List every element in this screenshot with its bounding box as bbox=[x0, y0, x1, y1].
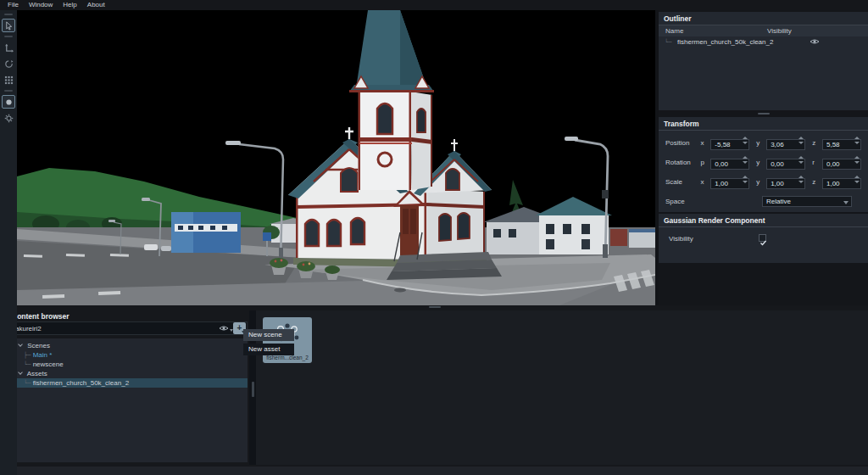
outliner-column-header: Name Visibility bbox=[659, 25, 868, 36]
chevron-down-icon bbox=[18, 342, 23, 347]
assets-group-label[interactable]: Assets bbox=[27, 370, 47, 377]
content-tree: Scenes ├─ Main * └─ newscene Assets └─ f… bbox=[10, 338, 248, 462]
window-bottom-strip bbox=[0, 467, 868, 475]
translate-tool-button[interactable] bbox=[2, 41, 15, 54]
context-menu: New scene New asset bbox=[243, 329, 294, 358]
scenes-group-label[interactable]: Scenes bbox=[27, 342, 50, 349]
toolbar-separator bbox=[4, 90, 13, 92]
gaussian-component-title: Gaussian Render Component bbox=[659, 214, 868, 227]
outliner-section: Outliner Name Visibility └─ fishermen_ch… bbox=[659, 12, 868, 110]
spinner-icon[interactable] bbox=[854, 137, 860, 144]
visibility-checkbox[interactable] bbox=[759, 234, 766, 242]
menu-about[interactable]: About bbox=[83, 0, 109, 10]
chevron-down-icon bbox=[230, 329, 233, 332]
spinner-icon[interactable] bbox=[743, 156, 748, 164]
scale-tool-button[interactable] bbox=[2, 73, 15, 87]
space-label: Space bbox=[665, 198, 701, 205]
position-row: Position x y z bbox=[659, 137, 868, 148]
spinner-icon[interactable] bbox=[854, 176, 860, 183]
tree-item-main[interactable]: ├─ Main * bbox=[10, 350, 248, 360]
toolbar-separator bbox=[4, 36, 13, 37]
panel-splitter[interactable] bbox=[659, 111, 868, 116]
axis-x-label: x bbox=[700, 178, 710, 186]
axis-z-label: z bbox=[812, 178, 822, 186]
gaussian-points-tool-button[interactable] bbox=[2, 95, 15, 109]
menu-file[interactable]: File bbox=[3, 0, 23, 10]
asset-grid-area[interactable]: fisherm...clean_2 bbox=[256, 310, 868, 465]
tree-group-assets[interactable]: Assets bbox=[10, 369, 248, 378]
menu-window[interactable]: Window bbox=[25, 0, 57, 10]
menu-bar: File Window Help About bbox=[0, 0, 868, 10]
select-tool-button[interactable] bbox=[2, 19, 15, 32]
axis-y-label: y bbox=[756, 159, 766, 166]
point-icon bbox=[4, 98, 14, 107]
menu-help[interactable]: Help bbox=[58, 0, 81, 10]
column-name[interactable]: Name bbox=[665, 27, 683, 35]
gaussian-splat-render bbox=[17, 10, 655, 305]
axis-r-label: r bbox=[812, 159, 822, 166]
spinner-icon[interactable] bbox=[798, 137, 804, 144]
rotate-tool-button[interactable] bbox=[2, 57, 15, 70]
move-axes-icon bbox=[4, 43, 14, 53]
spinner-icon[interactable] bbox=[798, 156, 804, 164]
outliner-item-label[interactable]: fishermen_church_50k_clean_2 bbox=[677, 38, 773, 46]
spinner-icon[interactable] bbox=[743, 137, 748, 144]
grid-icon bbox=[4, 75, 14, 85]
outliner-title: Outliner bbox=[659, 12, 868, 25]
space-value: Relative bbox=[766, 198, 791, 205]
cursor-icon bbox=[4, 21, 14, 31]
visibility-eye-icon[interactable] bbox=[810, 38, 820, 47]
tree-item-fishermen-church[interactable]: └─ fishermen_church_50k_clean_2 bbox=[10, 378, 248, 388]
tree-elbow-icon: └─ bbox=[24, 380, 31, 387]
check-icon bbox=[760, 239, 767, 247]
axis-y-label: y bbox=[756, 178, 766, 186]
scrollbar-thumb[interactable] bbox=[252, 382, 254, 397]
tool-sidebar bbox=[0, 10, 17, 475]
axis-x-label: x bbox=[700, 139, 710, 147]
scene-main-label[interactable]: Main * bbox=[33, 351, 53, 359]
tree-group-scenes[interactable]: Scenes bbox=[10, 341, 248, 350]
chevron-down-icon bbox=[843, 201, 849, 204]
settings-tool-button[interactable] bbox=[2, 111, 15, 125]
scale-row: Scale x y z bbox=[659, 176, 868, 187]
eye-icon bbox=[219, 325, 229, 332]
tree-item-newscene[interactable]: └─ newscene bbox=[10, 360, 248, 369]
position-label: Position bbox=[665, 139, 700, 147]
asset-item-label[interactable]: fishermen_church_50k_clean_2 bbox=[33, 379, 129, 387]
bottom-dock: Content browser + Scenes ├─ Main * └─ bbox=[0, 305, 868, 475]
tree-elbow-icon: └─ bbox=[665, 39, 671, 46]
rotation-label: Rotation bbox=[665, 159, 700, 166]
horizontal-splitter[interactable] bbox=[429, 306, 441, 308]
content-filter-input[interactable] bbox=[11, 325, 218, 332]
menu-item-new-scene[interactable]: New scene bbox=[243, 329, 294, 341]
transform-section: Transform Position x y z Rotation p y r … bbox=[659, 117, 868, 212]
axis-p-label: p bbox=[700, 159, 710, 166]
spinner-icon[interactable] bbox=[743, 176, 748, 183]
content-browser-title: Content browser bbox=[8, 310, 249, 322]
toolbar-separator bbox=[4, 14, 13, 15]
gear-icon bbox=[4, 114, 14, 123]
content-filter-row: + bbox=[10, 321, 248, 335]
scene-newscene-label[interactable]: newscene bbox=[33, 360, 64, 368]
tree-elbow-icon: └─ bbox=[24, 361, 31, 368]
scale-label: Scale bbox=[665, 178, 700, 186]
space-dropdown[interactable]: Relative bbox=[762, 196, 852, 207]
filter-visibility-button[interactable] bbox=[218, 323, 233, 333]
visibility-label: Visibility bbox=[669, 235, 693, 243]
axis-z-label: z bbox=[812, 139, 822, 147]
column-visibility[interactable]: Visibility bbox=[767, 27, 792, 35]
menu-item-new-asset[interactable]: New asset bbox=[243, 344, 294, 355]
gaussian-component-section: Gaussian Render Component Visibility bbox=[659, 214, 868, 263]
rotate-icon bbox=[4, 59, 14, 69]
tree-tee-icon: ├─ bbox=[24, 352, 31, 359]
spinner-icon[interactable] bbox=[854, 156, 860, 164]
chevron-down-icon bbox=[18, 370, 23, 375]
transform-title: Transform bbox=[659, 117, 868, 131]
rotation-row: Rotation p y r bbox=[659, 156, 868, 168]
outliner-row[interactable]: └─ fishermen_church_50k_clean_2 bbox=[659, 36, 868, 48]
viewport-3d[interactable] bbox=[17, 10, 655, 305]
spinner-icon[interactable] bbox=[798, 176, 804, 183]
content-browser-panel: Content browser + Scenes ├─ Main * └─ bbox=[8, 310, 249, 465]
space-row: Space Relative bbox=[659, 195, 868, 207]
axis-y-label: y bbox=[756, 139, 766, 147]
